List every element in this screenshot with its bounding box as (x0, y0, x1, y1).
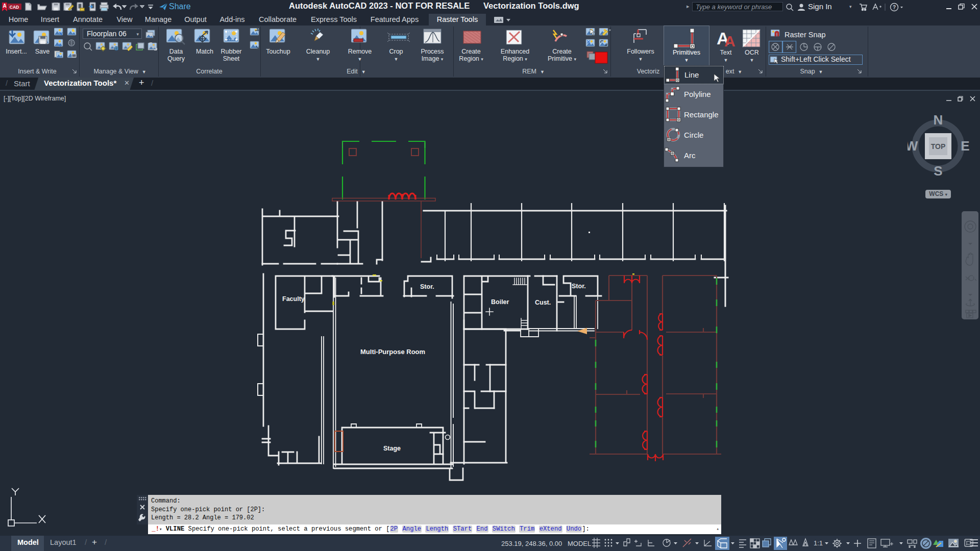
svg-text:Stor.: Stor. (420, 283, 434, 290)
svg-text:Stor.: Stor. (572, 283, 586, 290)
svg-text:Multi-Purpose Room: Multi-Purpose Room (360, 348, 425, 356)
svg-text:Stage: Stage (383, 445, 401, 452)
svg-text:Boiler: Boiler (491, 298, 509, 306)
svg-text:Faculty: Faculty (282, 295, 305, 303)
svg-text:Cust.: Cust. (535, 299, 551, 306)
svg-text:1:1: 1:1 (814, 539, 823, 547)
